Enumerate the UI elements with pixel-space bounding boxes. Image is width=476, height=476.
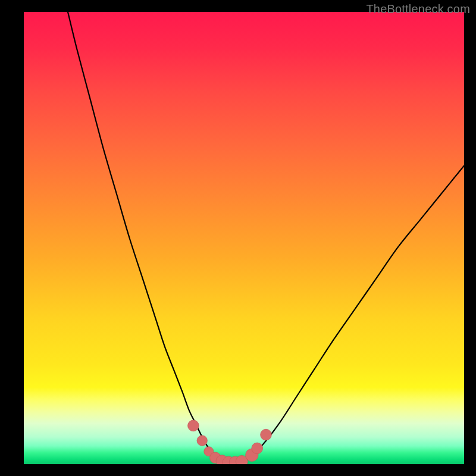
plot-area xyxy=(24,12,464,464)
chart-svg xyxy=(24,12,464,464)
data-marker xyxy=(252,443,263,454)
bottleneck-curve xyxy=(68,12,464,464)
data-markers xyxy=(188,420,272,464)
data-marker xyxy=(188,420,199,431)
chart-frame: TheBottleneck.com xyxy=(0,0,476,476)
watermark-text: TheBottleneck.com xyxy=(366,2,470,16)
data-marker xyxy=(261,429,272,440)
data-marker xyxy=(197,436,207,446)
